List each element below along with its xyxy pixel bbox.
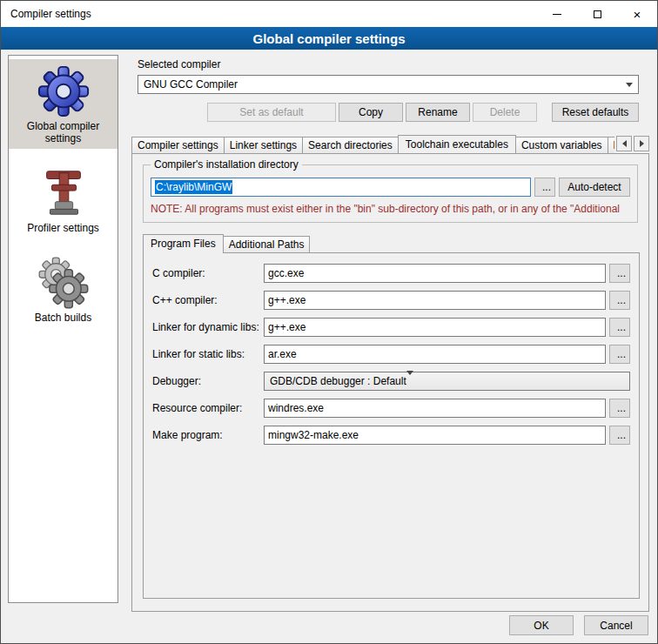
ok-button[interactable]: OK (509, 615, 574, 635)
close-icon: × (634, 8, 641, 21)
delete-button: Delete (473, 103, 537, 122)
tab-compiler-settings[interactable]: Compiler settings (131, 137, 225, 153)
dynamic-linker-label: Linker for dynamic libs: (152, 321, 264, 333)
gray-gears-icon (37, 255, 91, 309)
tab-scroll-right-icon (640, 140, 644, 147)
resource-compiler-row: Resource compiler: ... (152, 399, 630, 418)
compiler-settings-window: Compiler settings × Global compiler sett… (0, 0, 658, 644)
installation-directory-group: Compiler's installation directory C:\ray… (143, 164, 638, 223)
debugger-label: Debugger: (152, 375, 264, 387)
tab-scroll-right-button[interactable] (634, 136, 649, 151)
make-program-input[interactable] (264, 426, 606, 445)
make-program-browse-button[interactable]: ... (609, 426, 630, 445)
browse-directory-button[interactable]: ... (534, 178, 555, 197)
selected-compiler-value: GNU GCC Compiler (144, 78, 238, 91)
titlebar: Compiler settings × (1, 1, 657, 27)
cpp-compiler-browse-button[interactable]: ... (609, 291, 630, 310)
resource-compiler-input[interactable] (264, 399, 606, 418)
auto-detect-button[interactable]: Auto-detect (559, 178, 630, 197)
sidebar-item-label: Batch builds (35, 312, 91, 324)
tabs: Compiler settings Linker settings Search… (131, 134, 614, 153)
maximize-button[interactable] (577, 1, 617, 27)
static-linker-browse-button[interactable]: ... (609, 345, 630, 364)
tab-scroll-buttons (616, 136, 649, 151)
c-compiler-input[interactable] (264, 264, 606, 283)
chevron-down-icon (406, 375, 413, 387)
blue-gear-icon (37, 64, 91, 117)
sidebar-item-profiler-settings[interactable]: Profiler settings (9, 161, 118, 238)
dynamic-linker-row: Linker for dynamic libs: ... (152, 318, 630, 337)
cpp-compiler-input[interactable] (264, 291, 606, 310)
tab-scroll-left-button[interactable] (616, 136, 632, 151)
maximize-icon (594, 10, 601, 18)
sidebar-item-label: Profiler settings (27, 222, 99, 234)
window-controls: × (537, 1, 657, 27)
settings-tabstrip: Compiler settings Linker settings Search… (131, 134, 649, 153)
tab-toolchain-executables[interactable]: Toolchain executables (398, 135, 516, 153)
static-linker-label: Linker for static libs: (152, 348, 264, 360)
window-title: Compiler settings (1, 8, 91, 20)
toolchain-executables-page: Compiler's installation directory C:\ray… (131, 153, 649, 612)
tab-custom-variables[interactable]: Custom variables (515, 137, 608, 153)
page-title: Global compiler settings (1, 27, 657, 50)
main-panel: Selected compiler GNU GCC Compiler Set a… (127, 55, 649, 612)
installation-directory-value: C:\raylib\MinGW (155, 180, 232, 194)
resource-compiler-browse-button[interactable]: ... (609, 399, 630, 418)
compiler-actions: Set as default Copy Rename Delete Reset … (138, 103, 639, 122)
dynamic-linker-input[interactable] (264, 318, 606, 337)
debugger-row: Debugger: GDB/CDB debugger : Default (152, 372, 630, 391)
static-linker-input[interactable] (264, 345, 606, 364)
resource-compiler-label: Resource compiler: (152, 402, 264, 414)
c-compiler-label: C compiler: (152, 267, 264, 279)
minimize-icon (553, 14, 561, 15)
c-compiler-browse-button[interactable]: ... (609, 264, 630, 283)
program-files-panel: C compiler: ... C++ compiler: ... Linker… (143, 252, 640, 599)
debugger-value: GDB/CDB debugger : Default (270, 375, 406, 387)
tab-program-files[interactable]: Program Files (143, 234, 224, 253)
installation-directory-input[interactable]: C:\raylib\MinGW (151, 178, 531, 197)
sidebar-item-global-compiler-settings[interactable]: Global compiler settings (9, 59, 118, 149)
static-linker-row: Linker for static libs: ... (152, 345, 630, 364)
installation-note: NOTE: All programs must exist either in … (151, 203, 630, 215)
copy-button[interactable]: Copy (339, 103, 403, 122)
make-program-label: Make program: (152, 429, 264, 441)
reset-defaults-button[interactable]: Reset defaults (552, 103, 639, 122)
program-files-tabstrip: Program Files Additional Paths (143, 233, 648, 252)
tab-additional-paths[interactable]: Additional Paths (223, 236, 311, 252)
tab-build-options[interactable]: Build options (608, 137, 614, 153)
sidebar-item-batch-builds[interactable]: Batch builds (9, 251, 118, 328)
cpp-compiler-row: C++ compiler: ... (152, 291, 630, 310)
c-compiler-row: C compiler: ... (152, 264, 630, 283)
selected-compiler-label: Selected compiler (138, 58, 649, 70)
rename-button[interactable]: Rename (406, 103, 470, 122)
minimize-button[interactable] (537, 1, 577, 27)
profiler-tool-icon (37, 165, 91, 219)
close-button[interactable]: × (617, 1, 657, 27)
tab-scroll-left-icon (622, 140, 627, 147)
tab-linker-settings[interactable]: Linker settings (224, 137, 303, 153)
dynamic-linker-browse-button[interactable]: ... (609, 318, 630, 337)
selected-compiler-dropdown[interactable]: GNU GCC Compiler (138, 75, 639, 94)
sidebar-item-label: Global compiler settings (10, 120, 116, 144)
installation-directory-row: C:\raylib\MinGW ... Auto-detect (151, 178, 630, 197)
chevron-down-icon (621, 77, 637, 92)
set-as-default-button: Set as default (207, 103, 336, 122)
cpp-compiler-label: C++ compiler: (152, 294, 264, 306)
tab-search-directories[interactable]: Search directories (302, 137, 399, 153)
make-program-row: Make program: ... (152, 426, 630, 445)
debugger-dropdown[interactable]: GDB/CDB debugger : Default (264, 372, 630, 391)
settings-category-list: Global compiler settings Profiler settin… (8, 55, 118, 603)
cancel-button[interactable]: Cancel (584, 615, 648, 635)
installation-directory-group-label: Compiler's installation directory (151, 158, 302, 171)
